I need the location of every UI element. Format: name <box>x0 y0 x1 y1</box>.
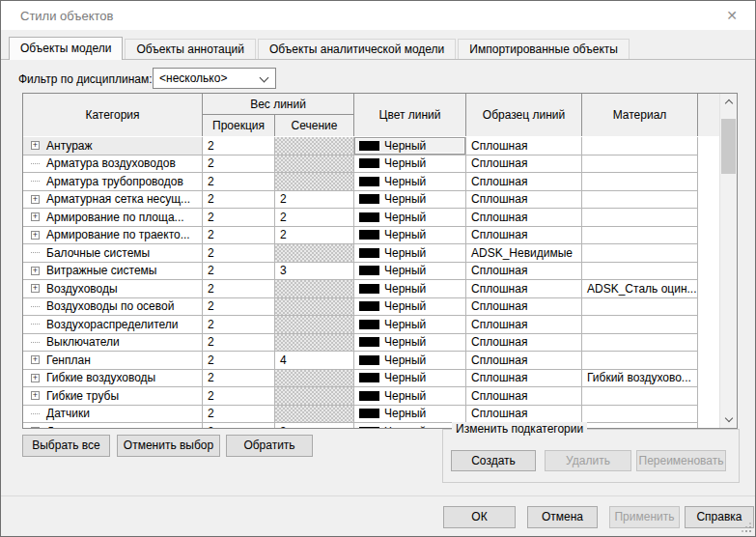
discipline-filter-select[interactable]: <несколько> <box>153 68 276 89</box>
section-weight-cell[interactable] <box>275 406 354 424</box>
table-row[interactable]: Воздуховоды по осевой2ЧерныйСплошная <box>23 298 719 317</box>
line-pattern-cell[interactable]: Сплошная <box>466 173 582 191</box>
table-row[interactable]: Арматура трубопроводов2ЧерныйСплошная <box>23 173 719 191</box>
projection-weight-cell[interactable]: 2 <box>203 406 275 424</box>
expand-icon[interactable]: + <box>31 391 40 400</box>
tab-annotation-objects[interactable]: Объекты аннотаций <box>125 39 255 59</box>
line-pattern-cell[interactable]: Сплошная <box>466 280 582 298</box>
material-cell[interactable] <box>582 352 698 370</box>
line-color-cell[interactable]: Черный <box>354 316 466 334</box>
line-pattern-cell[interactable]: Сплошная <box>466 316 582 334</box>
table-row[interactable]: Воздухораспределители2ЧерныйСплошная <box>23 316 719 334</box>
expand-icon[interactable]: + <box>31 231 40 240</box>
category-cell[interactable]: Воздухораспределители <box>23 316 203 334</box>
category-cell[interactable]: +Антураж <box>23 137 203 155</box>
line-color-cell[interactable]: Черный <box>354 244 466 263</box>
expand-icon[interactable]: + <box>31 374 40 382</box>
expand-icon[interactable]: + <box>31 267 40 275</box>
line-color-cell[interactable]: Черный <box>354 263 466 281</box>
section-weight-cell[interactable] <box>275 155 354 174</box>
category-cell[interactable]: Арматура воздуховодов <box>23 155 203 174</box>
category-cell[interactable]: +Гибкие воздуховоды <box>23 370 203 388</box>
category-cell[interactable]: Балочные системы <box>23 244 203 263</box>
cancel-button[interactable]: Отмена <box>527 506 598 528</box>
section-weight-cell[interactable]: 3 <box>275 423 354 428</box>
projection-weight-cell[interactable]: 2 <box>203 280 275 298</box>
delete-subcategory-button[interactable]: Удалить <box>545 450 631 471</box>
expand-icon[interactable]: + <box>31 355 40 364</box>
line-pattern-cell[interactable]: ADSK_Невидимые <box>466 244 582 263</box>
line-pattern-cell[interactable]: Сплошная <box>466 137 582 155</box>
section-weight-cell[interactable] <box>275 370 354 388</box>
table-row[interactable]: +Армирование по траекто...22ЧерныйСплошн… <box>23 227 719 245</box>
section-weight-cell[interactable]: 2 <box>275 191 354 210</box>
line-color-cell[interactable]: Черный <box>354 209 466 227</box>
projection-weight-cell[interactable]: 2 <box>203 227 275 245</box>
projection-weight-cell[interactable]: 2 <box>203 209 275 227</box>
line-pattern-cell[interactable]: Сплошная <box>466 387 582 406</box>
category-cell[interactable]: +Воздуховоды <box>23 280 203 298</box>
material-cell[interactable]: ADSK_Сталь оцин... <box>582 280 698 298</box>
section-weight-cell[interactable] <box>275 334 354 353</box>
expand-icon[interactable]: + <box>31 212 40 221</box>
invert-selection-button[interactable]: Обратить <box>226 435 313 457</box>
line-color-cell[interactable]: Черный <box>354 191 466 210</box>
apply-button[interactable]: Применить <box>609 506 680 528</box>
category-cell[interactable]: +Витражные системы <box>23 263 203 281</box>
projection-weight-cell[interactable]: 2 <box>203 316 275 334</box>
table-row[interactable]: +Гибкие трубы2ЧерныйСплошная <box>23 387 719 406</box>
projection-weight-cell[interactable]: 2 <box>203 352 275 370</box>
table-row[interactable]: Датчики2ЧерныйСплошная <box>23 406 719 424</box>
table-row[interactable]: +Гибкие воздуховоды2ЧерныйСплошнаяГибкий… <box>23 370 719 388</box>
section-weight-cell[interactable]: 4 <box>275 352 354 370</box>
line-color-cell[interactable]: Черный <box>354 423 466 428</box>
material-cell[interactable] <box>582 191 698 210</box>
line-color-cell[interactable]: Черный <box>354 406 466 424</box>
line-pattern-cell[interactable]: Сплошная <box>466 263 582 281</box>
material-cell[interactable] <box>582 227 698 245</box>
table-row[interactable]: +Арматурная сетка несущ...22ЧерныйСплошн… <box>23 191 719 210</box>
material-cell[interactable] <box>582 387 698 406</box>
line-color-cell[interactable]: Черный <box>354 387 466 406</box>
tab-model-objects[interactable]: Объекты модели <box>9 37 123 60</box>
material-cell[interactable] <box>582 406 698 424</box>
scrollbar-thumb[interactable] <box>721 119 736 174</box>
line-pattern-cell[interactable]: Сплошная <box>466 191 582 210</box>
line-color-cell[interactable]: Черный <box>354 137 466 155</box>
table-row[interactable]: +Двери23ЧерныйСплошная <box>23 423 719 428</box>
projection-weight-cell[interactable]: 2 <box>203 423 275 428</box>
table-row[interactable]: +Генплан24ЧерныйСплошная <box>23 352 719 370</box>
projection-weight-cell[interactable]: 2 <box>203 155 275 174</box>
material-cell[interactable] <box>582 298 698 317</box>
line-color-cell[interactable]: Черный <box>354 370 466 388</box>
line-color-cell[interactable]: Черный <box>354 352 466 370</box>
close-icon[interactable]: ✕ <box>723 7 741 24</box>
line-color-cell[interactable]: Черный <box>354 227 466 245</box>
category-cell[interactable]: +Армирование по площа... <box>23 209 203 227</box>
section-weight-cell[interactable] <box>275 244 354 263</box>
material-cell[interactable] <box>582 155 698 174</box>
projection-weight-cell[interactable]: 2 <box>203 298 275 317</box>
material-cell[interactable] <box>582 423 698 428</box>
material-cell[interactable]: Гибкий воздухово... <box>582 370 698 388</box>
line-color-cell[interactable]: Черный <box>354 173 466 191</box>
material-cell[interactable] <box>582 316 698 334</box>
resize-grip-icon[interactable] <box>742 523 751 532</box>
projection-weight-cell[interactable]: 2 <box>203 263 275 281</box>
tab-imported-objects[interactable]: Импортированные объекты <box>458 39 630 59</box>
category-cell[interactable]: Арматура трубопроводов <box>23 173 203 191</box>
category-cell[interactable]: +Гибкие трубы <box>23 387 203 406</box>
line-pattern-cell[interactable]: Сплошная <box>466 227 582 245</box>
vertical-scrollbar[interactable] <box>719 94 737 428</box>
section-weight-cell[interactable] <box>275 316 354 334</box>
line-pattern-cell[interactable]: Сплошная <box>466 334 582 353</box>
line-pattern-cell[interactable]: Сплошная <box>466 209 582 227</box>
table-row[interactable]: Арматура воздуховодов2ЧерныйСплошная <box>23 155 719 174</box>
table-row[interactable]: +Антураж2ЧерныйСплошная <box>23 137 719 155</box>
table-row[interactable]: +Армирование по площа...22ЧерныйСплошная <box>23 209 719 227</box>
tab-analytical-model-objects[interactable]: Объекты аналитической модели <box>258 39 456 59</box>
section-weight-cell[interactable] <box>275 173 354 191</box>
line-pattern-cell[interactable]: Сплошная <box>466 352 582 370</box>
line-color-cell[interactable]: Черный <box>354 155 466 174</box>
section-weight-cell[interactable] <box>275 280 354 298</box>
